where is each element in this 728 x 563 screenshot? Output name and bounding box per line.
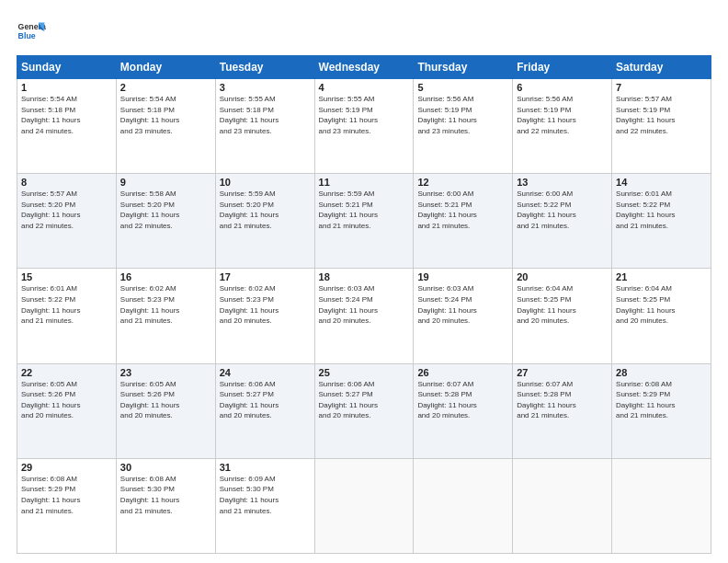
day-info: Sunrise: 6:04 AM Sunset: 5:25 PM Dayligh…: [616, 283, 707, 326]
weekday-header-friday: Friday: [513, 56, 612, 79]
day-info: Sunrise: 6:03 AM Sunset: 5:24 PM Dayligh…: [417, 283, 508, 326]
day-info: Sunrise: 6:08 AM Sunset: 5:30 PM Dayligh…: [120, 474, 211, 516]
calendar-cell: 11Sunrise: 5:59 AM Sunset: 5:21 PM Dayli…: [314, 174, 414, 269]
day-number: 16: [120, 271, 211, 282]
day-number: 14: [616, 177, 707, 188]
day-number: 7: [616, 82, 707, 93]
calendar-cell: 12Sunrise: 6:00 AM Sunset: 5:21 PM Dayli…: [414, 174, 513, 269]
day-info: Sunrise: 6:08 AM Sunset: 5:29 PM Dayligh…: [21, 474, 112, 516]
calendar-cell: 30Sunrise: 6:08 AM Sunset: 5:30 PM Dayli…: [116, 458, 215, 553]
calendar-cell: 23Sunrise: 6:05 AM Sunset: 5:26 PM Dayli…: [116, 363, 215, 458]
day-number: 31: [220, 462, 311, 473]
weekday-header-wednesday: Wednesday: [314, 56, 414, 79]
day-number: 9: [120, 177, 211, 188]
day-info: Sunrise: 5:59 AM Sunset: 5:21 PM Dayligh…: [319, 189, 410, 231]
calendar-cell: 9Sunrise: 5:58 AM Sunset: 5:20 PM Daylig…: [116, 174, 215, 269]
day-number: 21: [616, 271, 707, 282]
svg-text:Blue: Blue: [18, 31, 36, 40]
day-number: 17: [220, 271, 311, 282]
day-info: Sunrise: 6:08 AM Sunset: 5:29 PM Dayligh…: [616, 379, 707, 421]
calendar-cell: 8Sunrise: 5:57 AM Sunset: 5:20 PM Daylig…: [17, 174, 117, 269]
weekday-header-thursday: Thursday: [414, 56, 513, 79]
weekday-header-sunday: Sunday: [17, 56, 117, 79]
weekday-header-monday: Monday: [116, 56, 215, 79]
day-number: 12: [417, 177, 508, 188]
day-number: 8: [21, 177, 112, 188]
day-info: Sunrise: 6:06 AM Sunset: 5:27 PM Dayligh…: [220, 379, 311, 421]
calendar-cell: [414, 458, 513, 553]
day-info: Sunrise: 6:04 AM Sunset: 5:25 PM Dayligh…: [517, 283, 608, 326]
calendar-cell: 20Sunrise: 6:04 AM Sunset: 5:25 PM Dayli…: [513, 269, 612, 363]
calendar-cell: 18Sunrise: 6:03 AM Sunset: 5:24 PM Dayli…: [314, 269, 414, 363]
day-info: Sunrise: 5:55 AM Sunset: 5:19 PM Dayligh…: [319, 94, 410, 136]
page: General Blue SundayMondayTuesdayWednesda…: [0, 0, 728, 563]
day-info: Sunrise: 6:06 AM Sunset: 5:27 PM Dayligh…: [319, 379, 410, 421]
day-number: 19: [417, 271, 508, 282]
day-number: 10: [220, 177, 311, 188]
day-number: 29: [21, 462, 112, 473]
day-number: 11: [319, 177, 410, 188]
calendar-cell: 16Sunrise: 6:02 AM Sunset: 5:23 PM Dayli…: [116, 269, 215, 363]
calendar-cell: 14Sunrise: 6:01 AM Sunset: 5:22 PM Dayli…: [612, 174, 711, 269]
day-number: 18: [319, 271, 410, 282]
day-number: 15: [21, 271, 112, 282]
day-number: 27: [517, 367, 608, 378]
calendar-cell: 3Sunrise: 5:55 AM Sunset: 5:18 PM Daylig…: [215, 79, 314, 174]
day-number: 22: [21, 367, 112, 378]
day-number: 2: [120, 82, 211, 93]
day-info: Sunrise: 6:01 AM Sunset: 5:22 PM Dayligh…: [21, 283, 112, 326]
day-number: 30: [120, 462, 211, 473]
calendar-cell: [513, 458, 612, 553]
day-info: Sunrise: 6:00 AM Sunset: 5:21 PM Dayligh…: [417, 189, 508, 231]
calendar-cell: 1Sunrise: 5:54 AM Sunset: 5:18 PM Daylig…: [17, 79, 117, 174]
calendar-week-row: 8Sunrise: 5:57 AM Sunset: 5:20 PM Daylig…: [17, 174, 711, 269]
day-number: 13: [517, 177, 608, 188]
calendar-week-row: 1Sunrise: 5:54 AM Sunset: 5:18 PM Daylig…: [17, 79, 711, 174]
calendar-cell: 13Sunrise: 6:00 AM Sunset: 5:22 PM Dayli…: [513, 174, 612, 269]
day-info: Sunrise: 6:02 AM Sunset: 5:23 PM Dayligh…: [220, 283, 311, 326]
day-number: 23: [120, 367, 211, 378]
day-info: Sunrise: 5:57 AM Sunset: 5:19 PM Dayligh…: [616, 94, 707, 136]
day-info: Sunrise: 6:01 AM Sunset: 5:22 PM Dayligh…: [616, 189, 707, 231]
calendar-cell: 2Sunrise: 5:54 AM Sunset: 5:18 PM Daylig…: [116, 79, 215, 174]
day-number: 24: [220, 367, 311, 378]
calendar-cell: 7Sunrise: 5:57 AM Sunset: 5:19 PM Daylig…: [612, 79, 711, 174]
day-info: Sunrise: 6:00 AM Sunset: 5:22 PM Dayligh…: [517, 189, 608, 231]
calendar-cell: 5Sunrise: 5:56 AM Sunset: 5:19 PM Daylig…: [414, 79, 513, 174]
day-info: Sunrise: 5:54 AM Sunset: 5:18 PM Dayligh…: [120, 94, 211, 136]
calendar-cell: 10Sunrise: 5:59 AM Sunset: 5:20 PM Dayli…: [215, 174, 314, 269]
day-info: Sunrise: 6:05 AM Sunset: 5:26 PM Dayligh…: [120, 379, 211, 421]
calendar-cell: 4Sunrise: 5:55 AM Sunset: 5:19 PM Daylig…: [314, 79, 414, 174]
calendar-cell: [612, 458, 711, 553]
day-number: 3: [220, 82, 311, 93]
calendar-cell: 29Sunrise: 6:08 AM Sunset: 5:29 PM Dayli…: [17, 458, 117, 553]
day-number: 6: [517, 82, 608, 93]
day-info: Sunrise: 5:59 AM Sunset: 5:20 PM Dayligh…: [220, 189, 311, 231]
general-blue-icon: General Blue: [17, 17, 46, 46]
calendar-week-row: 29Sunrise: 6:08 AM Sunset: 5:29 PM Dayli…: [17, 458, 711, 553]
logo: General Blue: [17, 17, 46, 46]
day-number: 26: [417, 367, 508, 378]
day-info: Sunrise: 6:03 AM Sunset: 5:24 PM Dayligh…: [319, 283, 410, 326]
calendar-cell: 17Sunrise: 6:02 AM Sunset: 5:23 PM Dayli…: [215, 269, 314, 363]
day-info: Sunrise: 5:54 AM Sunset: 5:18 PM Dayligh…: [21, 94, 112, 136]
weekday-header-tuesday: Tuesday: [215, 56, 314, 79]
day-info: Sunrise: 6:09 AM Sunset: 5:30 PM Dayligh…: [220, 474, 311, 516]
weekday-header-row: SundayMondayTuesdayWednesdayThursdayFrid…: [17, 56, 711, 79]
day-info: Sunrise: 5:57 AM Sunset: 5:20 PM Dayligh…: [21, 189, 112, 231]
day-info: Sunrise: 5:56 AM Sunset: 5:19 PM Dayligh…: [517, 94, 608, 136]
header: General Blue: [17, 17, 711, 46]
calendar-cell: 27Sunrise: 6:07 AM Sunset: 5:28 PM Dayli…: [513, 363, 612, 458]
day-info: Sunrise: 5:56 AM Sunset: 5:19 PM Dayligh…: [417, 94, 508, 136]
calendar-cell: 25Sunrise: 6:06 AM Sunset: 5:27 PM Dayli…: [314, 363, 414, 458]
day-info: Sunrise: 6:02 AM Sunset: 5:23 PM Dayligh…: [120, 283, 211, 326]
day-info: Sunrise: 6:07 AM Sunset: 5:28 PM Dayligh…: [517, 379, 608, 421]
calendar-cell: 21Sunrise: 6:04 AM Sunset: 5:25 PM Dayli…: [612, 269, 711, 363]
calendar-week-row: 15Sunrise: 6:01 AM Sunset: 5:22 PM Dayli…: [17, 269, 711, 363]
day-info: Sunrise: 5:58 AM Sunset: 5:20 PM Dayligh…: [120, 189, 211, 231]
calendar-cell: 31Sunrise: 6:09 AM Sunset: 5:30 PM Dayli…: [215, 458, 314, 553]
day-info: Sunrise: 6:07 AM Sunset: 5:28 PM Dayligh…: [417, 379, 508, 421]
day-number: 4: [319, 82, 410, 93]
calendar-cell: 6Sunrise: 5:56 AM Sunset: 5:19 PM Daylig…: [513, 79, 612, 174]
day-info: Sunrise: 6:05 AM Sunset: 5:26 PM Dayligh…: [21, 379, 112, 421]
